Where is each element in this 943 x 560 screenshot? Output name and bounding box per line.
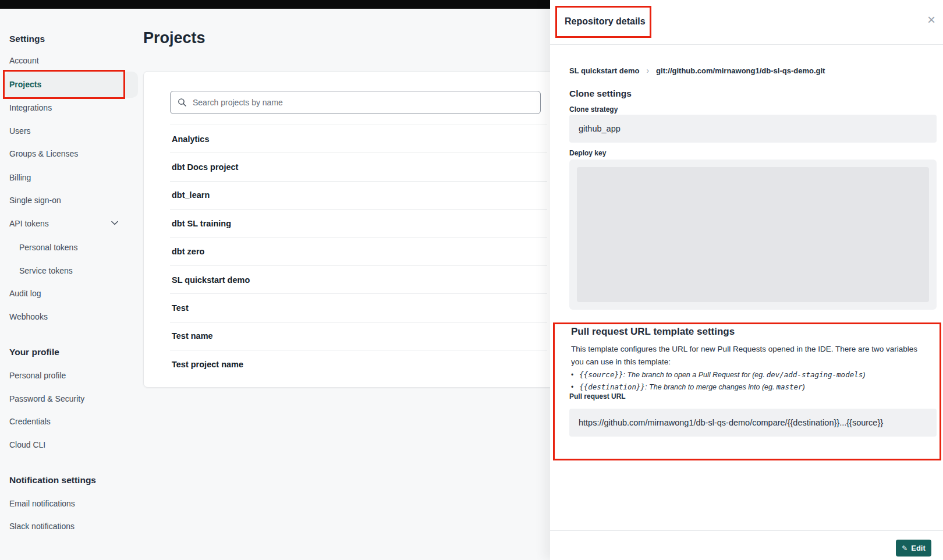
top-nav-bar [0, 0, 550, 9]
sidebar-item-groups-licenses[interactable]: Groups & Licenses [9, 148, 78, 160]
sidebar-item-billing[interactable]: Billing [9, 172, 31, 183]
panel-title: Repository details [565, 16, 646, 27]
pencil-icon: ✎ [902, 544, 907, 552]
project-row[interactable]: Analytics [170, 125, 547, 153]
variable-destination-suffix: ) [803, 381, 805, 394]
project-row[interactable]: dbt zero [170, 238, 547, 265]
sidebar-item-credentials[interactable]: Credentials [9, 416, 51, 427]
pull-request-url-value: https://github.com/mirnawong1/db-sl-qs-d… [569, 409, 937, 437]
sidebar-item-audit-log[interactable]: Audit log [9, 288, 41, 299]
variable-source-desc: : The branch to open a Pull Request for … [623, 369, 764, 381]
sidebar-item-single-sign-on[interactable]: Single sign-on [9, 194, 61, 206]
search-icon [178, 98, 187, 107]
variable-source: {{source}} [579, 368, 623, 381]
pull-request-url-label: Pull request URL [569, 392, 626, 400]
sidebar-item-projects[interactable]: Projects [9, 79, 41, 90]
project-row[interactable]: Test project name [170, 350, 547, 378]
variable-destination-example: master [776, 381, 802, 393]
sidebar-item-users[interactable]: Users [9, 125, 31, 137]
breadcrumb-repo-url: git://github.com/mirnawong1/db-sl-qs-dem… [656, 66, 825, 75]
sidebar-item-webhooks[interactable]: Webhooks [9, 311, 48, 322]
project-row[interactable]: SL quickstart demo [170, 265, 547, 293]
project-row[interactable]: Test [170, 293, 547, 321]
sidebar-section-your-profile: Your profile [9, 346, 59, 358]
panel-footer [550, 530, 943, 560]
project-row[interactable]: Test name [170, 322, 547, 350]
sidebar-item-email-notifications[interactable]: Email notifications [9, 498, 75, 509]
search-input[interactable] [193, 98, 533, 107]
breadcrumb-chevron-icon: › [646, 66, 649, 75]
pr-template-heading: Pull request URL template settings [571, 326, 735, 338]
breadcrumb-project[interactable]: SL quickstart demo [569, 66, 639, 75]
project-row[interactable]: dbt SL training [170, 209, 547, 237]
chevron-down-icon[interactable] [110, 218, 119, 228]
project-row[interactable]: dbt_learn [170, 181, 547, 209]
sidebar-item-password-security[interactable]: Password & Security [9, 393, 84, 405]
deploy-key-redacted-value [577, 167, 929, 302]
pr-template-description: This template configures the URL for new… [571, 343, 928, 368]
bullet-icon: • [571, 381, 573, 394]
clone-strategy-value: github_app [569, 115, 937, 143]
variable-source-suffix: ) [863, 369, 865, 381]
deploy-key-box [569, 160, 937, 310]
sidebar-item-cloud-cli[interactable]: Cloud CLI [9, 439, 45, 451]
variable-destination: {{destination}} [579, 381, 645, 393]
project-row[interactable]: dbt Docs project [170, 153, 547, 180]
edit-button[interactable]: ✎ Edit [896, 540, 931, 557]
close-icon[interactable]: × [923, 12, 940, 28]
page-title: Projects [143, 29, 205, 47]
project-search [170, 91, 541, 114]
variable-source-example: dev/add-staging-models [767, 368, 863, 381]
sidebar-item-slack-notifications[interactable]: Slack notifications [9, 520, 75, 532]
edit-button-label: Edit [911, 544, 926, 552]
deploy-key-label: Deploy key [569, 149, 606, 157]
breadcrumb: SL quickstart demo › git://github.com/mi… [569, 66, 825, 75]
sidebar-section-notification-settings: Notification settings [9, 474, 96, 486]
sidebar-section-settings: Settings [9, 33, 45, 45]
bullet-icon: • [571, 369, 573, 381]
variable-destination-desc: : The branch to merge changes into (eg. [645, 381, 774, 394]
clone-strategy-label: Clone strategy [569, 105, 618, 114]
sidebar-item-personal-profile[interactable]: Personal profile [9, 370, 66, 381]
sidebar-item-service-tokens[interactable]: Service tokens [19, 265, 73, 277]
sidebar-item-account[interactable]: Account [9, 55, 39, 66]
list-item: • {{source}} : The branch to open a Pull… [571, 368, 865, 381]
sidebar-item-api-tokens[interactable]: API tokens [9, 218, 49, 229]
clone-settings-heading: Clone settings [569, 88, 632, 99]
list-item: • {{destination}} : The branch to merge … [571, 381, 865, 393]
sidebar-item-personal-tokens[interactable]: Personal tokens [19, 242, 77, 253]
sidebar-item-integrations[interactable]: Integrations [9, 102, 52, 114]
pr-template-variables-list: • {{source}} : The branch to open a Pull… [571, 368, 865, 393]
